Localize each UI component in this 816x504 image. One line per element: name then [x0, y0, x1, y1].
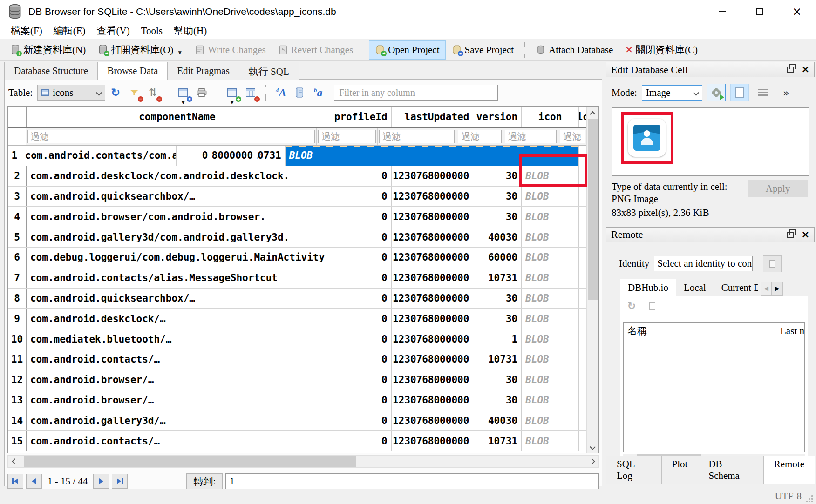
menu-item-2[interactable]: 查看(V) — [91, 23, 136, 39]
cell-profileId[interactable]: 0 — [328, 289, 392, 309]
scroll-left-button[interactable] — [8, 456, 21, 467]
minimize-button[interactable] — [704, 0, 741, 23]
filter-input-partial[interactable]: 過濾 — [560, 130, 585, 143]
cell-version[interactable]: 10731 — [473, 431, 522, 451]
close-database-button[interactable]: ✕ 關閉資料庫(C) — [619, 40, 704, 60]
tab-plot[interactable]: Plot — [661, 456, 699, 484]
cell-icon-blob[interactable]: BLOB — [522, 207, 579, 227]
clear-filters-button[interactable]: − — [126, 84, 143, 101]
cell-version[interactable]: 40030 — [473, 410, 522, 430]
tab-dbhub[interactable]: DBHub.io — [620, 279, 676, 296]
table-select[interactable]: icons — [37, 85, 105, 101]
text-format-button[interactable]: 4A — [272, 84, 289, 101]
menu-item-0[interactable]: 檔案(F) — [5, 23, 48, 39]
cell-profileId[interactable]: 0 — [328, 431, 392, 451]
cell-version[interactable]: 60000 — [473, 248, 522, 268]
cell-lastUpdated[interactable]: 1230768000000 — [392, 410, 474, 430]
tab-scroll-right-button[interactable]: ▶ — [772, 282, 783, 296]
cell-icon-blob[interactable]: BLOB — [522, 166, 579, 186]
cell-version[interactable]: 30 — [473, 187, 522, 207]
cell-version[interactable]: 40030 — [473, 227, 522, 247]
cell-lastUpdated[interactable]: 1230768000000 — [392, 268, 474, 288]
cell-profileId[interactable]: 0 — [177, 146, 212, 166]
apply-button[interactable]: Apply — [748, 180, 808, 197]
tab-browse-data[interactable]: Browse Data — [97, 62, 168, 80]
cell-componentName[interactable]: com.android.contacts/… — [27, 349, 328, 370]
cell-lastUpdated[interactable]: 1230768000000 — [392, 289, 474, 309]
float-dock-icon[interactable] — [787, 232, 794, 238]
cell-componentName[interactable]: com.android.gallery3d/… — [27, 410, 328, 430]
cell-version[interactable]: 30 — [473, 207, 522, 227]
column-header-lastUpdated[interactable]: lastUpdated — [392, 107, 474, 127]
horizontal-scroll-thumb[interactable] — [24, 456, 356, 467]
scroll-up-button[interactable] — [587, 107, 598, 119]
open-database-dropdown-icon[interactable]: ▼ — [177, 49, 183, 56]
cell-version[interactable]: 10731 — [257, 146, 286, 166]
goto-record-input[interactable] — [225, 473, 599, 489]
last-page-button[interactable] — [112, 474, 128, 489]
tab-sql-log[interactable]: SQL Log — [606, 456, 662, 484]
column-header-version[interactable]: version — [473, 107, 522, 127]
cell-lastUpdated[interactable]: 1230768000000 — [392, 207, 474, 227]
scroll-down-button[interactable] — [587, 441, 598, 453]
write-changes-button[interactable]: Write Changes — [189, 40, 272, 60]
cell-lastUpdated[interactable]: 1230768000000 — [392, 349, 474, 370]
cell-componentName[interactable]: com.android.browser/… — [27, 390, 328, 410]
cell-profileId[interactable]: 0 — [328, 248, 392, 268]
cell-profileId[interactable]: 0 — [328, 349, 392, 370]
cell-icon-blob[interactable]: BLOB — [522, 309, 579, 329]
cell-componentName[interactable]: com.android.browser/com.android.browser. — [27, 207, 328, 227]
float-dock-icon[interactable] — [787, 67, 794, 73]
last-modified-column-header[interactable]: Last m — [777, 325, 804, 337]
cell-version[interactable]: 30 — [473, 390, 522, 410]
toolbar-overflow-button[interactable]: » — [777, 84, 796, 101]
cell-version[interactable]: 30 — [473, 166, 522, 186]
cell-profileId[interactable]: 0 — [328, 268, 392, 288]
dictionary-button[interactable] — [291, 84, 308, 101]
cell-icon-blob[interactable]: BLOB — [522, 349, 579, 370]
vertical-scroll-thumb[interactable] — [588, 119, 598, 300]
cell-componentName[interactable]: com.android.gallery3d/com.android.galler… — [27, 227, 328, 247]
cell-componentName[interactable]: com.android.browser/… — [27, 370, 328, 390]
open-project-button[interactable]: ➜ Open Project — [369, 40, 445, 60]
new-database-button[interactable]: + 新建資料庫(N) — [4, 40, 92, 60]
remote-clone-button[interactable] — [646, 300, 659, 313]
print-button[interactable] — [193, 84, 210, 101]
cell-componentName[interactable]: com.debug.loggerui/com.debug.loggerui.Ma… — [27, 248, 328, 268]
delete-record-button[interactable]: − — [242, 84, 259, 101]
cell-icon-blob[interactable]: BLOB — [522, 370, 579, 390]
horizontal-scrollbar[interactable] — [7, 455, 599, 468]
scroll-right-button[interactable] — [585, 456, 598, 467]
cell-componentName[interactable]: com.android.contacts/alias.MessageShortc… — [27, 268, 328, 288]
cell-lastUpdated[interactable]: 1230768000000 — [392, 390, 474, 410]
filter-any-column-input[interactable] — [334, 85, 498, 101]
cell-profileId[interactable]: 0 — [328, 187, 392, 207]
cell-lastUpdated[interactable]: 1230768000000 — [392, 329, 474, 349]
vertical-scrollbar[interactable] — [586, 107, 598, 453]
encoding-indicator[interactable]: UTF-8 — [770, 491, 806, 502]
save-project-button[interactable]: ▪ Save Project — [446, 40, 520, 60]
filter-input-lastUpdated[interactable]: 過濾 — [379, 130, 455, 143]
mode-select[interactable]: Image — [642, 85, 702, 101]
word-wrap-button[interactable] — [754, 84, 772, 101]
cell-lastUpdated[interactable]: 1230768000000 — [392, 187, 474, 207]
column-header-componentName[interactable]: componentName — [27, 107, 328, 127]
cell-profileId[interactable]: 0 — [328, 227, 392, 247]
refresh-button[interactable]: ↻ — [107, 84, 124, 101]
close-button[interactable]: × — [778, 0, 816, 23]
cell-componentName[interactable]: com.android.contacts/… — [27, 431, 328, 451]
cell-icon-blob[interactable]: BLOB — [522, 390, 579, 410]
chevron-down-icon[interactable]: ▼ — [230, 100, 235, 105]
cell-icon-blob[interactable]: BLOB — [522, 410, 579, 430]
close-dock-icon[interactable]: × — [801, 65, 809, 74]
attach-database-button[interactable]: Attach Database — [530, 40, 619, 60]
tab-db-schema[interactable]: DB Schema — [698, 456, 763, 484]
maximize-button[interactable] — [741, 0, 778, 23]
cell-version[interactable]: 30 — [473, 370, 522, 390]
cell-icon-blob[interactable]: BLOB — [522, 289, 579, 309]
clear-sorting-button[interactable]: ⇅− — [144, 84, 161, 101]
cell-icon-blob[interactable]: BLOB — [522, 248, 579, 268]
tab-remote[interactable]: Remote — [763, 456, 815, 484]
tab-current-database[interactable]: Current Dat — [714, 280, 758, 296]
menu-item-4[interactable]: 幫助(H) — [168, 23, 212, 39]
